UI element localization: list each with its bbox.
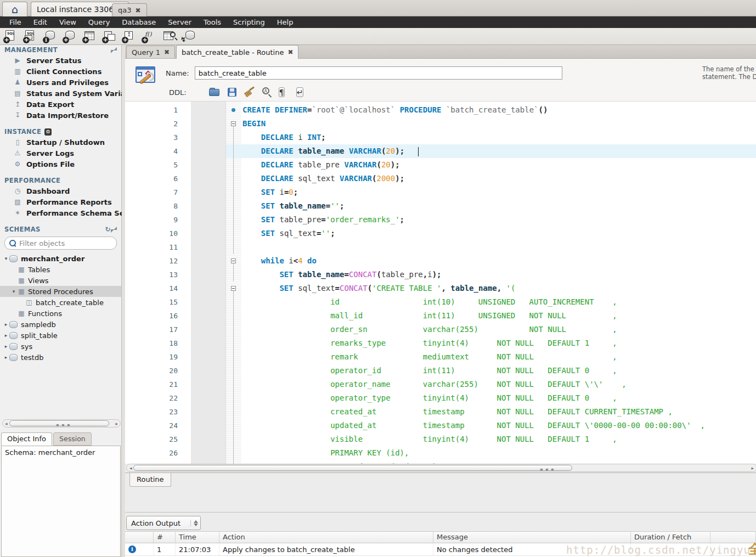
sidebar-item-startup-shutdown[interactable]: ▯Startup / Shutdown: [0, 137, 121, 148]
open-sql-script-icon[interactable]: SQL+: [23, 30, 38, 43]
menu-item-help[interactable]: Help: [271, 16, 300, 28]
close-icon[interactable]: ✖: [164, 49, 170, 55]
output-column-message[interactable]: Message: [433, 532, 631, 543]
menu-item-tools[interactable]: Tools: [198, 16, 227, 28]
search-data-icon[interactable]: [161, 30, 176, 43]
users-privileges-icon: ♟: [13, 78, 22, 86]
spinner-icons[interactable]: [190, 520, 198, 526]
output-column-col6[interactable]: [710, 532, 756, 543]
scroll-left-icon[interactable]: ◂: [5, 421, 8, 426]
code-text: CREATE DEFINER=`root`@`localhost` PROCED…: [226, 103, 756, 117]
sidebar-item-data-export[interactable]: ↥Data Export: [0, 99, 121, 110]
fold-toggle-icon[interactable]: [226, 117, 241, 131]
word-wrap-icon[interactable]: ↵: [296, 86, 308, 98]
scroll-right-icon[interactable]: ▸: [751, 465, 754, 471]
fold-toggle-icon[interactable]: [226, 282, 241, 295]
show-invisibles-icon[interactable]: ¶: [279, 86, 291, 98]
sidebar-item-data-import-restore[interactable]: ↧Data Import/Restore: [0, 110, 121, 121]
create-function-icon[interactable]: f()+: [142, 30, 156, 43]
sidebar-item-users-and-privileges[interactable]: ♟Users and Privileges: [0, 77, 121, 88]
tree-item-label: merchant_order: [21, 255, 84, 263]
chevron-right-icon[interactable]: ▸: [3, 322, 9, 327]
tab-session[interactable]: Session: [53, 432, 92, 446]
chevron-down-icon[interactable]: ▾: [3, 256, 9, 261]
sidebar-item-server-status[interactable]: ▶Server Status: [0, 55, 121, 66]
tab-object-info[interactable]: Object Info: [1, 432, 52, 446]
tree-item-views[interactable]: ▦Views: [0, 275, 121, 286]
sidebar-item-performance-reports[interactable]: ▧Performance Reports: [0, 196, 121, 207]
scroll-left-icon[interactable]: ◂: [129, 465, 132, 471]
sidebar-item-status-and-system-variables[interactable]: ▤Status and System Variables: [0, 88, 121, 99]
beautify-icon[interactable]: [244, 86, 256, 98]
tree-item-sampledb[interactable]: ▸sampledb: [0, 319, 121, 330]
save-icon[interactable]: [226, 86, 238, 98]
menu-item-query[interactable]: Query: [82, 16, 116, 28]
code-line-19: 19 remark mediumtext NOT NULL ,: [125, 350, 756, 364]
create-view-icon[interactable]: +: [102, 30, 117, 43]
scroll-right-icon[interactable]: ▸: [115, 421, 118, 426]
find-icon[interactable]: A: [261, 86, 273, 98]
reconnect-database-icon[interactable]: ↯: [181, 30, 196, 43]
tree-item-label: Functions: [28, 310, 62, 318]
chevron-right-icon[interactable]: ▸: [3, 344, 9, 349]
menu-item-server[interactable]: Server: [162, 16, 198, 28]
output-splitter[interactable]: [125, 512, 756, 513]
tab-routine-editor[interactable]: batch_create_table - Routine ✖: [176, 45, 299, 59]
sidebar-item-options-file[interactable]: ⚙Options File: [0, 159, 121, 170]
inspector-icon[interactable]: i: [43, 30, 58, 43]
menu-item-scripting[interactable]: Scripting: [227, 16, 271, 28]
home-tab[interactable]: ⌂: [2, 2, 27, 16]
output-column-col0[interactable]: [125, 532, 154, 543]
tree-item-merchant-order[interactable]: ▾merchant_order: [0, 253, 121, 264]
tab-routine[interactable]: Routine: [129, 473, 171, 487]
output-column-time[interactable]: Time: [176, 532, 219, 543]
routine-name-input[interactable]: [195, 66, 562, 80]
expand-icon[interactable]: [111, 227, 117, 233]
tree-item-sys[interactable]: ▸sys: [0, 341, 121, 352]
close-icon[interactable]: ✖: [136, 7, 141, 14]
sql-code-editor[interactable]: 1CREATE DEFINER=`root`@`localhost` PROCE…: [125, 102, 756, 464]
connection-tab-qa3[interactable]: qa3 ✖: [112, 3, 147, 16]
sidebar-item-performance-schema-setup[interactable]: ✶Performance Schema Setup: [0, 207, 121, 218]
sidebar-item-dashboard[interactable]: ◷Dashboard: [0, 185, 121, 196]
schema-filter-input[interactable]: [19, 239, 101, 247]
chevron-down-icon[interactable]: ▾: [10, 289, 17, 294]
tree-item-split-table[interactable]: ▸split_table: [0, 330, 121, 341]
code-text: created_at timestamp NOT NULL DEFAULT CU…: [226, 405, 756, 419]
tab-query-1[interactable]: Query 1 ✖: [126, 46, 175, 58]
chevron-right-icon[interactable]: ▸: [3, 333, 9, 338]
tree-item-label: Stored Procedures: [28, 288, 93, 296]
editor-horizontal-scrollbar[interactable]: ◂ ▪ ▪ ▪ ▸: [126, 464, 756, 472]
code-line-21: 21 operator_name varchar(255) NOT NULL D…: [125, 378, 756, 391]
sidebar-item-server-logs[interactable]: ⚠Server Logs: [0, 148, 121, 159]
chevron-right-icon[interactable]: ▸: [3, 355, 9, 360]
output-type-select[interactable]: Action Output: [126, 516, 201, 530]
output-column-duration-fetch[interactable]: Duration / Fetch: [631, 532, 710, 543]
open-file-icon[interactable]: [208, 86, 221, 98]
refresh-icon[interactable]: ↻: [105, 226, 111, 233]
create-schema-icon[interactable]: +: [63, 30, 77, 43]
fold-toggle-icon[interactable]: [226, 254, 241, 268]
close-icon[interactable]: ✖: [287, 49, 293, 55]
tree-item-testdb[interactable]: ▸testdb: [0, 352, 121, 363]
editor-tab-bar: Query 1 ✖ batch_create_table - Routine ✖: [125, 45, 756, 59]
output-column-[interactable]: #: [154, 532, 176, 543]
tree-item-batch-create-table[interactable]: ◫batch_create_table: [0, 297, 121, 308]
menu-item-view[interactable]: View: [53, 16, 82, 28]
output-table-header: #TimeActionMessageDuration / Fetch: [125, 531, 756, 543]
tree-item-tables[interactable]: ▦Tables: [0, 264, 121, 275]
create-table-icon[interactable]: +: [82, 30, 97, 43]
code-text: SET table_name='';: [226, 199, 756, 213]
sidebar-item-client-connections[interactable]: ▥Client Connections: [0, 66, 121, 77]
create-procedure-icon[interactable]: +: [122, 30, 137, 43]
menu-item-edit[interactable]: Edit: [27, 16, 53, 28]
output-row[interactable]: i121:07:03Apply changes to batch_create_…: [125, 543, 756, 556]
new-sql-tab-icon[interactable]: SQL+: [3, 30, 18, 43]
sidebar-horizontal-scrollbar[interactable]: ◂ ▪ ▪ ▪ ▸: [2, 419, 121, 427]
tree-item-functions[interactable]: ▦Functions: [0, 308, 121, 319]
menu-item-database[interactable]: Database: [116, 16, 162, 28]
tree-item-stored-procedures[interactable]: ▾▦Stored Procedures: [0, 286, 121, 297]
expand-icon[interactable]: [111, 47, 117, 53]
menu-item-file[interactable]: File: [3, 16, 27, 28]
output-column-action[interactable]: Action: [219, 532, 433, 543]
